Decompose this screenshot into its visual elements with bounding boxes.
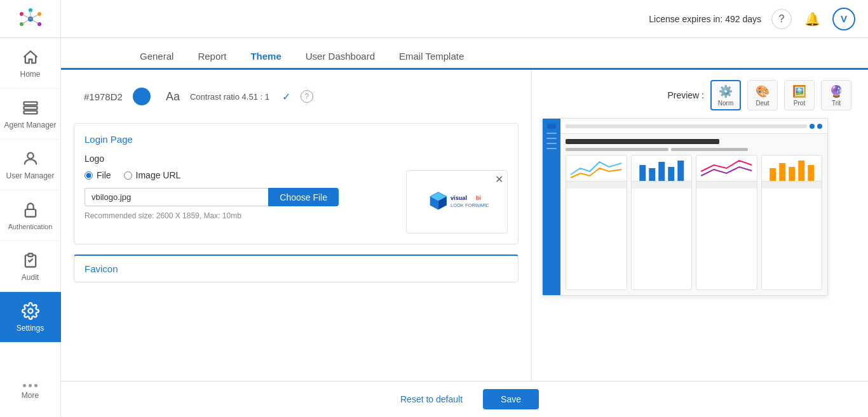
reset-button[interactable]: Reset to default — [390, 389, 473, 409]
svg-rect-12 — [24, 106, 37, 109]
sidebar-item-audit[interactable]: Audit — [0, 241, 61, 292]
check-icon: ✓ — [282, 91, 290, 103]
topbar: License expires in: 492 days ? 🔔 V — [61, 0, 868, 38]
dash-dot-1 — [810, 124, 815, 129]
logo-preview-box: ✕ — [406, 170, 508, 234]
svg-rect-15 — [25, 209, 35, 216]
preview-mode-trit[interactable]: 🔮 Trit — [821, 80, 851, 110]
logo-preview-close-icon[interactable]: ✕ — [495, 173, 503, 185]
radio-file[interactable]: File — [85, 170, 111, 180]
login-page-section: Login Page Logo File Image URL — [74, 123, 519, 244]
sidebar-item-agent-manager[interactable]: Agent Manager — [0, 89, 61, 140]
dash-dot-2 — [817, 124, 822, 129]
norm-icon: ⚙️ — [719, 84, 733, 98]
logo-type-radio-group: File Image URL — [85, 170, 393, 180]
dash-card-1-footer — [566, 181, 627, 189]
radio-image-url[interactable]: Image URL — [124, 170, 181, 180]
svg-rect-31 — [779, 163, 785, 181]
svg-rect-30 — [770, 168, 776, 181]
login-page-title: Login Page — [85, 134, 508, 145]
tabs-bar: General Report Theme User Dashboard Emai… — [61, 38, 868, 70]
favicon-title: Favicon — [85, 263, 508, 274]
svg-rect-16 — [28, 253, 32, 256]
dash-search-bar — [566, 124, 807, 128]
sidebar-item-user-manager[interactable]: User Manager — [0, 140, 61, 190]
prot-icon: 🖼️ — [792, 84, 806, 98]
trit-icon: 🔮 — [829, 84, 843, 98]
svg-rect-13 — [24, 110, 37, 114]
logo-preview-area: File Image URL vbilogo.jpg Choose File R… — [85, 170, 508, 234]
svg-rect-27 — [658, 162, 665, 181]
file-name-display: vbilogo.jpg — [85, 188, 268, 206]
svg-line-9 — [31, 19, 39, 24]
deut-icon: 🎨 — [756, 84, 770, 98]
tab-user-dashboard[interactable]: User Dashboard — [303, 44, 377, 70]
right-panel: Preview : ⚙️ Norm 🎨 Deut 🖼️ Prot 🔮 Trit — [531, 70, 862, 381]
radio-file-label: File — [97, 170, 111, 180]
dash-cards — [566, 155, 822, 290]
dash-sidebar-line-1 — [546, 133, 557, 134]
sidebar-more[interactable]: More — [0, 366, 61, 417]
license-text: License expires in: 492 days — [649, 14, 761, 24]
content-area: #1978D2 Aa Contrast ratio 4.51 : 1 ✓ ? L… — [61, 70, 868, 381]
user-avatar[interactable]: V — [832, 8, 855, 30]
svg-rect-11 — [24, 102, 37, 105]
help-button[interactable]: ? — [771, 9, 792, 29]
save-button[interactable]: Save — [483, 389, 539, 409]
dash-content — [560, 134, 827, 295]
contrast-ratio: Contrast ratio 4.51 : 1 — [190, 92, 269, 102]
radio-file-input[interactable] — [85, 171, 93, 180]
color-section: #1978D2 Aa Contrast ratio 4.51 : 1 ✓ ? — [74, 80, 519, 113]
sidebar-item-audit-label: Audit — [22, 273, 39, 282]
dash-card-3 — [696, 155, 757, 290]
sidebar-item-authentication-label: Authentication — [8, 223, 53, 230]
svg-line-7 — [31, 14, 39, 19]
svg-rect-32 — [789, 167, 795, 181]
preview-mode-prot[interactable]: 🖼️ Prot — [784, 80, 815, 110]
dash-sidebar — [543, 119, 560, 295]
logo-form: File Image URL vbilogo.jpg Choose File R… — [85, 170, 393, 220]
sidebar-item-authentication[interactable]: Authentication — [0, 190, 61, 241]
radio-image-url-label: Image URL — [136, 170, 181, 180]
tab-report[interactable]: Report — [195, 44, 229, 70]
contrast-help-icon[interactable]: ? — [301, 90, 313, 103]
tab-theme[interactable]: Theme — [248, 44, 283, 70]
tab-general[interactable]: General — [137, 44, 176, 70]
sidebar-more-label: More — [22, 391, 39, 400]
color-hex-value: #1978D2 — [84, 91, 123, 102]
svg-line-8 — [22, 19, 31, 24]
dash-card-4 — [761, 155, 823, 290]
file-upload-row: vbilogo.jpg Choose File — [85, 188, 339, 206]
sidebar-item-settings-label: Settings — [17, 324, 44, 333]
preview-mode-norm[interactable]: ⚙️ Norm — [710, 80, 741, 110]
recommended-size-text: Recommended size: 2600 X 1859, Max: 10mb — [85, 211, 393, 220]
color-picker[interactable] — [133, 88, 151, 105]
dash-meta-row — [566, 148, 822, 151]
bottom-bar: Reset to default Save — [61, 381, 868, 417]
norm-label: Norm — [718, 100, 733, 107]
sidebar-item-settings[interactable]: Settings — [0, 292, 61, 343]
preview-controls: Preview : ⚙️ Norm 🎨 Deut 🖼️ Prot 🔮 Trit — [667, 80, 851, 110]
radio-image-url-input[interactable] — [124, 171, 132, 180]
sidebar-item-home[interactable]: Home — [0, 38, 61, 89]
dash-sidebar-line-4 — [546, 148, 557, 149]
svg-rect-33 — [798, 161, 804, 181]
dash-card-4-footer — [762, 181, 822, 189]
dash-card-2-footer — [632, 181, 692, 189]
dash-sidebar-line-3 — [546, 143, 557, 144]
dash-top-dots — [810, 124, 822, 129]
svg-text:bi: bi — [476, 195, 481, 202]
dash-main — [560, 119, 827, 295]
choose-file-button[interactable]: Choose File — [268, 188, 339, 206]
sidebar-item-agent-manager-label: Agent Manager — [4, 121, 56, 129]
logo-image: visual LOOK FORWARD. THINK AHEAD. bi — [425, 186, 489, 218]
preview-mode-deut[interactable]: 🎨 Deut — [747, 80, 778, 110]
svg-point-17 — [28, 308, 32, 313]
tab-email-template[interactable]: Email Template — [397, 44, 466, 70]
logo-label: Logo — [85, 154, 508, 164]
dash-card-2 — [631, 155, 693, 290]
left-panel: #1978D2 Aa Contrast ratio 4.51 : 1 ✓ ? L… — [61, 70, 531, 381]
svg-rect-26 — [649, 168, 655, 181]
prot-label: Prot — [794, 100, 805, 107]
notifications-button[interactable]: 🔔 — [802, 9, 822, 29]
